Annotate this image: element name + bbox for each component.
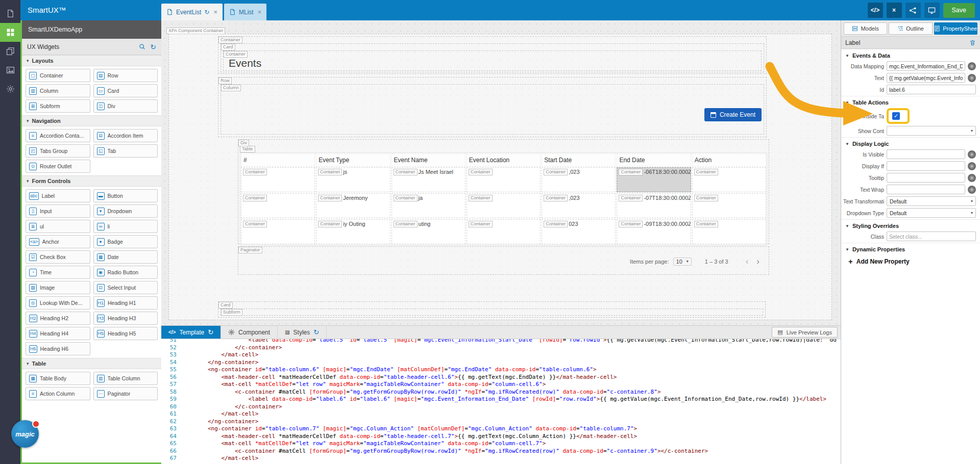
widget-heading-h5[interactable]: H5Heading H5: [93, 327, 158, 340]
card-tag[interactable]: Card: [221, 44, 235, 50]
panel-tab-outline[interactable]: Outline: [889, 22, 932, 35]
design-column-header-start-date[interactable]: Start Date: [542, 153, 616, 167]
dropdown-type-select[interactable]: Default▾: [887, 208, 976, 218]
widget-router-outlet[interactable]: ⊙Router Outlet: [26, 160, 90, 173]
row-element[interactable]: Row Column Create Event: [218, 77, 767, 137]
delete-element-icon[interactable]: [969, 39, 976, 46]
previous-page-icon[interactable]: ‹: [742, 257, 753, 266]
widget-div[interactable]: ◫Div: [93, 99, 158, 113]
widget-button[interactable]: ▬Button: [93, 189, 158, 202]
design-cell[interactable]: Container: [467, 167, 541, 192]
widget-time[interactable]: ◔Time: [26, 266, 90, 279]
show-cont-select[interactable]: ▾: [887, 126, 976, 136]
widget-heading-h1[interactable]: H1Heading H1: [93, 296, 158, 310]
design-cell[interactable]: Containeruting: [391, 219, 465, 244]
widget-anchor[interactable]: <a>Anchor: [26, 235, 90, 248]
widget-container[interactable]: ▢Container: [26, 69, 90, 82]
widget-tab[interactable]: ◱Tab: [93, 144, 158, 158]
document-tab-eventlist[interactable]: EventList↻×: [161, 4, 223, 20]
media-icon[interactable]: [0, 61, 20, 80]
create-event-button[interactable]: Create Event: [704, 108, 762, 121]
widget-section-layouts[interactable]: ▾Layouts: [22, 55, 161, 66]
editor-tab-template[interactable]: </>Template↻: [161, 326, 221, 339]
widget-heading-h2[interactable]: H2Heading H2: [26, 312, 90, 325]
widget-dropdown[interactable]: ▾Dropdown: [93, 204, 158, 218]
widgets-icon[interactable]: [0, 23, 20, 42]
container-element[interactable]: Container Card Container Events: [218, 36, 767, 74]
widget-label[interactable]: abcLabel: [26, 189, 90, 202]
gear-icon[interactable]: [968, 62, 976, 70]
widget-row[interactable]: ▤Row: [93, 69, 158, 82]
design-column-header-item[interactable]: #: [241, 153, 315, 167]
design-column-header-event-name[interactable]: Event Name: [391, 153, 465, 167]
widget-tabs-group[interactable]: ◰Tabs Group: [26, 144, 90, 158]
widget-accordion-item[interactable]: ⊟Accordion Item: [93, 129, 158, 142]
prop-section-dynamic-properties[interactable]: ▼Dynamic Properties: [841, 243, 980, 254]
design-cell[interactable]: Container023: [542, 219, 616, 244]
design-cell[interactable]: Container,023: [542, 167, 616, 192]
document-tab-mlist[interactable]: MList×: [224, 4, 266, 20]
design-cell[interactable]: Container: [692, 219, 766, 244]
design-cell[interactable]: Container: [692, 167, 766, 192]
widget-accordion-conta[interactable]: ≡Accordion Conta...: [26, 129, 90, 142]
close-icon[interactable]: ×: [887, 3, 902, 18]
close-tab-icon[interactable]: ×: [213, 8, 217, 16]
prop-section-table-actions[interactable]: ▼Table Actions: [841, 96, 980, 108]
panel-tab-models[interactable]: Models: [844, 22, 887, 35]
design-cell[interactable]: Container-06T18:30:00.000Z: [617, 167, 691, 192]
widget-li[interactable]: ≔li: [93, 220, 158, 233]
widget-subform[interactable]: ⊞Subform: [26, 99, 90, 113]
close-tab-icon[interactable]: ×: [258, 8, 262, 16]
settings-icon[interactable]: [0, 80, 20, 98]
widget-card[interactable]: ▭Card: [93, 84, 158, 97]
gear-icon[interactable]: [968, 186, 976, 194]
widget-section-navigation[interactable]: ▾Navigation: [22, 115, 161, 126]
text-wrap-input[interactable]: [887, 185, 965, 194]
card-tag[interactable]: Card: [218, 302, 233, 308]
design-cell[interactable]: Container-09T18:30:00.000Z: [617, 219, 691, 244]
widget-heading-h6[interactable]: H6Heading H6: [26, 342, 90, 355]
prop-section-display-logic[interactable]: ▼Display Logic: [841, 137, 980, 149]
widget-table-column[interactable]: ▥Table Column: [93, 372, 158, 385]
editor-tab-component[interactable]: Component: [221, 326, 278, 339]
design-cell[interactable]: Container-07T18:30:00.000Z: [617, 193, 691, 218]
paginator-element[interactable]: Paginator Items per page: 10 ▾ 1 – 3 of …: [238, 246, 769, 275]
widget-paginator[interactable]: ⋯Paginator: [93, 387, 158, 400]
column-tag[interactable]: Column: [221, 85, 241, 91]
design-cell[interactable]: Container: [241, 219, 315, 244]
design-column-header-event-type[interactable]: Event Type: [316, 153, 390, 167]
live-preview-logs-button[interactable]: ▤ Live Preview Logs: [772, 327, 838, 338]
text-input[interactable]: [887, 73, 965, 83]
design-column-header-action[interactable]: Action: [692, 153, 766, 167]
design-cell[interactable]: Container: [467, 219, 541, 244]
refresh-icon[interactable]: ↻: [150, 43, 156, 51]
subform-element[interactable]: Subform: [220, 308, 763, 316]
display-if-input[interactable]: [887, 161, 965, 171]
page-size-select[interactable]: 10 ▾: [673, 257, 692, 266]
search-icon[interactable]: [139, 43, 145, 50]
widget-badge[interactable]: ●Badge: [93, 235, 158, 248]
widget-lookup-with-de[interactable]: ◎Lookup With De...: [26, 296, 90, 310]
div-element[interactable]: Div Table #Event TypeEvent NameEvent Loc…: [238, 139, 769, 244]
refresh-icon[interactable]: ↻: [204, 9, 209, 16]
class-input[interactable]: [887, 231, 976, 241]
design-cell[interactable]: Container: [692, 193, 766, 218]
widget-heading-h3[interactable]: H3Heading H3: [93, 312, 158, 325]
container-tag[interactable]: Container: [218, 37, 242, 43]
widget-section-form-controls[interactable]: ▾Form Controls: [22, 175, 161, 187]
design-cell[interactable]: Container: [467, 193, 541, 218]
is-visible-input[interactable]: [887, 149, 965, 159]
container-element[interactable]: Container Events: [223, 50, 762, 71]
data-mapping-input[interactable]: [887, 61, 965, 71]
widget-date[interactable]: ▦Date: [93, 250, 158, 264]
widget-action-column[interactable]: ≡Action Column: [26, 387, 90, 400]
widget-heading-h4[interactable]: H4Heading H4: [26, 327, 90, 340]
connections-icon[interactable]: [905, 3, 921, 18]
subform-tag[interactable]: Subform: [221, 309, 242, 316]
row-tag[interactable]: Row: [218, 78, 232, 84]
add-new-property-button[interactable]: +Add New Property: [843, 255, 915, 268]
code-view-icon[interactable]: </>: [868, 3, 883, 18]
id-input[interactable]: [887, 85, 976, 94]
design-cell[interactable]: ContainerJs Meet Israel: [391, 167, 465, 192]
widget-column[interactable]: ▥Column: [26, 84, 90, 97]
